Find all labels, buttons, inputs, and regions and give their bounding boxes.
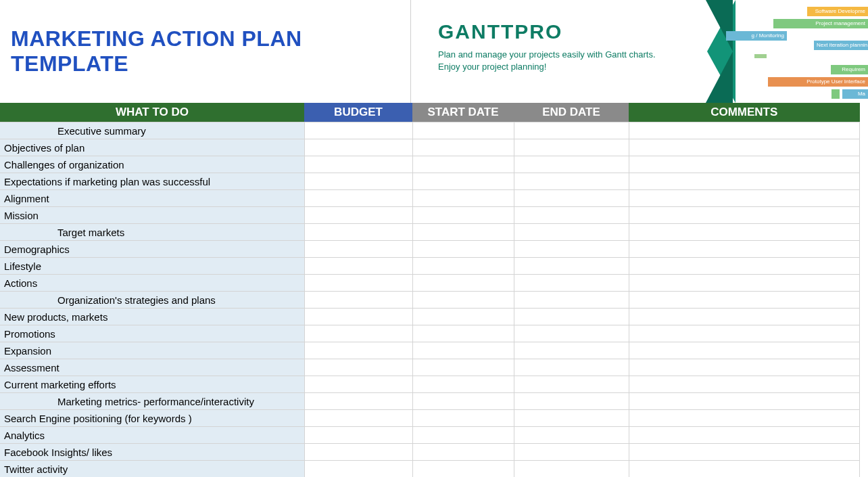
- cell-budget[interactable]: [304, 241, 412, 258]
- cell-comments[interactable]: [629, 342, 860, 359]
- cell-comments[interactable]: [629, 427, 860, 444]
- cell-budget[interactable]: [304, 156, 412, 173]
- cell-budget[interactable]: [304, 139, 412, 156]
- cell-comments[interactable]: [629, 393, 860, 410]
- cell-budget[interactable]: [304, 410, 412, 427]
- cell-comments[interactable]: [629, 190, 860, 207]
- cell-what[interactable]: Search Engine positioning (for keywords …: [0, 410, 304, 427]
- cell-what[interactable]: Twitter activity: [0, 461, 304, 478]
- cell-start[interactable]: [412, 444, 514, 461]
- cell-comments[interactable]: [629, 258, 860, 275]
- cell-what[interactable]: Organization's strategies and plans: [0, 292, 304, 309]
- cell-end[interactable]: [514, 309, 629, 325]
- cell-start[interactable]: [412, 309, 514, 325]
- cell-what[interactable]: Demographics: [0, 241, 304, 258]
- cell-what[interactable]: Current marketing efforts: [0, 376, 304, 393]
- cell-comments[interactable]: [629, 410, 860, 427]
- cell-comments[interactable]: [629, 376, 860, 393]
- cell-budget[interactable]: [304, 309, 412, 325]
- cell-start[interactable]: [412, 427, 514, 444]
- cell-end[interactable]: [514, 258, 629, 275]
- cell-budget[interactable]: [304, 444, 412, 461]
- cell-start[interactable]: [412, 393, 514, 410]
- cell-start[interactable]: [412, 156, 514, 173]
- cell-start[interactable]: [412, 359, 514, 376]
- cell-end[interactable]: [514, 207, 629, 224]
- cell-budget[interactable]: [304, 393, 412, 410]
- cell-end[interactable]: [514, 461, 629, 478]
- cell-end[interactable]: [514, 393, 629, 410]
- cell-end[interactable]: [514, 173, 629, 190]
- cell-what[interactable]: Expansion: [0, 342, 304, 359]
- cell-end[interactable]: [514, 292, 629, 309]
- cell-end[interactable]: [514, 410, 629, 427]
- cell-comments[interactable]: [629, 359, 860, 376]
- cell-start[interactable]: [412, 258, 514, 275]
- cell-budget[interactable]: [304, 207, 412, 224]
- cell-end[interactable]: [514, 427, 629, 444]
- cell-budget[interactable]: [304, 190, 412, 207]
- cell-what[interactable]: Alignment: [0, 190, 304, 207]
- cell-comments[interactable]: [629, 139, 860, 156]
- cell-start[interactable]: [412, 173, 514, 190]
- cell-end[interactable]: [514, 342, 629, 359]
- cell-budget[interactable]: [304, 275, 412, 292]
- cell-end[interactable]: [514, 359, 629, 376]
- cell-end[interactable]: [514, 190, 629, 207]
- cell-start[interactable]: [412, 190, 514, 207]
- cell-end[interactable]: [514, 444, 629, 461]
- cell-comments[interactable]: [629, 309, 860, 325]
- cell-budget[interactable]: [304, 376, 412, 393]
- cell-comments[interactable]: [629, 122, 860, 139]
- cell-start[interactable]: [412, 207, 514, 224]
- cell-budget[interactable]: [304, 325, 412, 342]
- cell-start[interactable]: [412, 461, 514, 478]
- cell-budget[interactable]: [304, 122, 412, 139]
- cell-budget[interactable]: [304, 342, 412, 359]
- cell-what[interactable]: Actions: [0, 275, 304, 292]
- cell-budget[interactable]: [304, 461, 412, 478]
- cell-what[interactable]: New products, markets: [0, 309, 304, 325]
- cell-start[interactable]: [412, 224, 514, 241]
- cell-start[interactable]: [412, 376, 514, 393]
- cell-comments[interactable]: [629, 241, 860, 258]
- cell-comments[interactable]: [629, 207, 860, 224]
- cell-start[interactable]: [412, 241, 514, 258]
- cell-what[interactable]: Objectives of plan: [0, 139, 304, 156]
- cell-end[interactable]: [514, 156, 629, 173]
- cell-end[interactable]: [514, 122, 629, 139]
- cell-start[interactable]: [412, 410, 514, 427]
- cell-what[interactable]: Challenges of organization: [0, 156, 304, 173]
- cell-start[interactable]: [412, 325, 514, 342]
- cell-what[interactable]: Facebook Insights/ likes: [0, 444, 304, 461]
- cell-start[interactable]: [412, 275, 514, 292]
- cell-end[interactable]: [514, 241, 629, 258]
- cell-what[interactable]: Lifestyle: [0, 258, 304, 275]
- cell-what[interactable]: Assessment: [0, 359, 304, 376]
- cell-start[interactable]: [412, 122, 514, 139]
- cell-end[interactable]: [514, 275, 629, 292]
- cell-comments[interactable]: [629, 224, 860, 241]
- cell-start[interactable]: [412, 342, 514, 359]
- cell-budget[interactable]: [304, 292, 412, 309]
- cell-what[interactable]: Mission: [0, 207, 304, 224]
- cell-comments[interactable]: [629, 275, 860, 292]
- cell-end[interactable]: [514, 224, 629, 241]
- cell-comments[interactable]: [629, 461, 860, 478]
- cell-what[interactable]: Marketing metrics- performance/interacti…: [0, 393, 304, 410]
- cell-budget[interactable]: [304, 224, 412, 241]
- cell-end[interactable]: [514, 139, 629, 156]
- cell-budget[interactable]: [304, 359, 412, 376]
- cell-end[interactable]: [514, 376, 629, 393]
- cell-start[interactable]: [412, 139, 514, 156]
- cell-budget[interactable]: [304, 173, 412, 190]
- cell-budget[interactable]: [304, 258, 412, 275]
- cell-what[interactable]: Promotions: [0, 325, 304, 342]
- cell-end[interactable]: [514, 325, 629, 342]
- cell-what[interactable]: Executive summary: [0, 122, 304, 139]
- cell-comments[interactable]: [629, 156, 860, 173]
- cell-what[interactable]: Analytics: [0, 427, 304, 444]
- cell-budget[interactable]: [304, 427, 412, 444]
- cell-what[interactable]: Target markets: [0, 224, 304, 241]
- cell-start[interactable]: [412, 292, 514, 309]
